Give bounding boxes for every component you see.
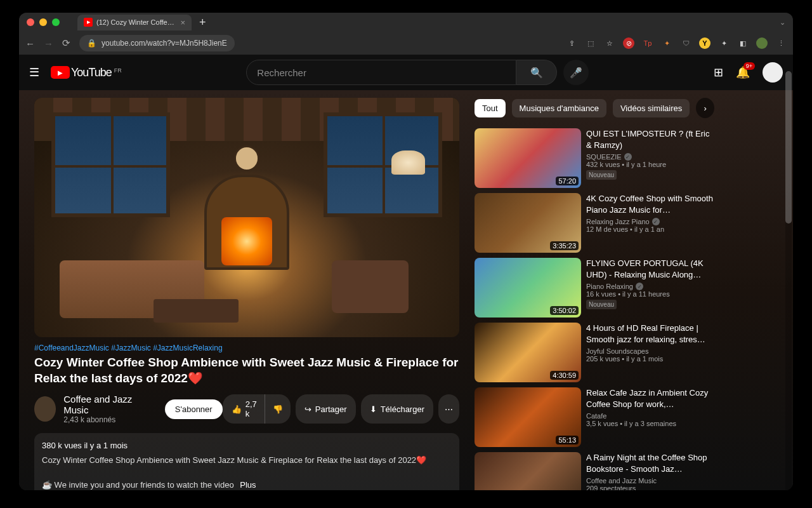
forward-icon[interactable]: → bbox=[44, 38, 53, 49]
rec-meta: 205 k vues • il y a 1 mois bbox=[586, 355, 714, 363]
create-icon[interactable]: ⊞ bbox=[714, 65, 723, 79]
search-button[interactable]: 🔍 bbox=[516, 60, 557, 85]
share-icon[interactable]: ⇪ bbox=[566, 37, 577, 49]
new-badge: Nouveau bbox=[586, 170, 617, 180]
menu-icon[interactable]: ⋮ bbox=[775, 37, 787, 49]
extension-icon[interactable]: Tp bbox=[642, 37, 653, 49]
channel-name[interactable]: Coffee and Jazz Music bbox=[63, 394, 146, 415]
menu-icon[interactable]: ☰ bbox=[29, 65, 39, 79]
recommendation-item[interactable]: 3:35:23 4K Cozy Coffee Shop with Smooth … bbox=[475, 193, 714, 253]
thumbs-up-icon: 👍 bbox=[232, 404, 242, 414]
extension-icon[interactable]: ⊘ bbox=[623, 37, 634, 49]
recommendation-item[interactable]: 🔴 EN DIRECT A Rainy Night at the Coffee … bbox=[475, 452, 714, 490]
notification-badge: 9+ bbox=[743, 62, 755, 70]
extensions-icon[interactable]: ✦ bbox=[718, 37, 730, 49]
duration: 55:13 bbox=[556, 436, 579, 444]
search-input[interactable]: Rechercher bbox=[246, 60, 516, 85]
scrollbar[interactable] bbox=[785, 71, 792, 490]
dislike-button[interactable]: 👎 bbox=[265, 394, 291, 424]
rec-channel[interactable]: Joyful Soundscapes bbox=[586, 347, 714, 355]
download-icon: ⬇ bbox=[370, 404, 377, 414]
rec-meta: 432 k vues • il y a 1 heure bbox=[586, 161, 714, 168]
rec-meta: 209 spectateurs bbox=[586, 485, 714, 490]
rec-title: Relax Cafe Jazz in Ambient Cozy Coffee S… bbox=[586, 387, 714, 410]
rec-channel[interactable]: Piano Relaxing ✓ bbox=[586, 283, 714, 290]
window-titlebar: (12) Cozy Winter Coffee Shop × + ⌄ bbox=[19, 13, 793, 32]
like-button[interactable]: 👍2,7 k bbox=[223, 394, 265, 424]
youtube-header: ☰ YouTube FR Rechercher 🔍 🎤 ⊞ 🔔9+ bbox=[19, 55, 793, 90]
verified-icon: ✓ bbox=[624, 153, 632, 161]
thumbnail: 4:30:59 bbox=[475, 323, 581, 382]
video-stats: 380 k vues il y a 1 mois bbox=[42, 441, 452, 450]
extension-icon[interactable]: Y bbox=[699, 37, 710, 49]
share-button[interactable]: ↪Partager bbox=[296, 394, 356, 424]
rec-channel[interactable]: SQUEEZIE ✓ bbox=[586, 153, 714, 161]
maximize-window-button[interactable] bbox=[52, 18, 60, 26]
minimize-window-button[interactable] bbox=[39, 18, 47, 26]
browser-tab[interactable]: (12) Cozy Winter Coffee Shop × bbox=[77, 15, 192, 30]
rec-meta: 3,5 k vues • il y a 3 semaines bbox=[586, 420, 714, 427]
video-hashtags[interactable]: #CoffeeandJazzMusic #JazzMusic #JazzMusi… bbox=[34, 344, 459, 352]
tab-title: (12) Cozy Winter Coffee Shop bbox=[96, 18, 176, 26]
chip-all[interactable]: Tout bbox=[475, 99, 506, 117]
voice-search-button[interactable]: 🎤 bbox=[563, 60, 589, 85]
close-tab-icon[interactable]: × bbox=[180, 18, 185, 27]
sidepanel-icon[interactable]: ◧ bbox=[737, 37, 749, 49]
download-button[interactable]: ⬇Télécharger bbox=[361, 394, 433, 424]
channel-avatar[interactable] bbox=[34, 396, 56, 422]
extension-icon[interactable]: 🛡 bbox=[680, 37, 691, 49]
rec-channel[interactable]: Catafe bbox=[586, 412, 714, 420]
rec-meta: 12 M de vues • il y a 1 an bbox=[586, 225, 714, 233]
chip-similar[interactable]: Vidéos similaires bbox=[613, 99, 690, 117]
recommendation-item[interactable]: 57:20 QUI EST L'IMPOSTEUR ? (ft Eric & R… bbox=[475, 128, 714, 188]
user-avatar[interactable] bbox=[763, 62, 783, 83]
recommendation-item[interactable]: 4:30:59 4 Hours of HD Real Fireplace | S… bbox=[475, 323, 714, 382]
show-more-button[interactable]: Plus bbox=[240, 480, 256, 490]
verified-icon: ✓ bbox=[636, 283, 643, 290]
youtube-favicon bbox=[84, 18, 93, 27]
share-icon: ↪ bbox=[304, 404, 311, 414]
rec-title: QUI EST L'IMPOSTEUR ? (ft Eric & Ramzy) bbox=[586, 128, 714, 150]
youtube-logo[interactable]: YouTube FR bbox=[51, 66, 122, 79]
back-icon[interactable]: ← bbox=[25, 38, 35, 49]
duration: 3:50:02 bbox=[550, 306, 579, 315]
verified-icon: ✓ bbox=[652, 218, 660, 225]
subscriber-count: 2,43 k abonnés bbox=[63, 415, 146, 424]
recommendation-item[interactable]: 55:13 Relax Cafe Jazz in Ambient Cozy Co… bbox=[475, 387, 714, 447]
lock-icon: 🔒 bbox=[87, 39, 96, 48]
search-icon: 🔍 bbox=[530, 67, 543, 79]
subscribe-button[interactable]: S'abonner bbox=[165, 399, 223, 419]
rec-channel[interactable]: Coffee and Jazz Music bbox=[586, 477, 714, 485]
rec-title: 4K Cozy Coffee Shop with Smooth Piano Ja… bbox=[586, 193, 714, 215]
scroll-thumb[interactable] bbox=[785, 71, 792, 224]
thumbnail: 3:50:02 bbox=[475, 258, 581, 318]
reload-icon[interactable]: ⟳ bbox=[62, 37, 70, 49]
extension-icon[interactable]: ✦ bbox=[661, 37, 672, 49]
browser-toolbar: ← → ⟳ 🔒 youtube.com/watch?v=MJn5H8JienE … bbox=[19, 32, 793, 55]
country-code: FR bbox=[114, 67, 122, 74]
close-window-button[interactable] bbox=[27, 18, 34, 26]
thumbnail: 55:13 bbox=[475, 387, 581, 447]
address-bar[interactable]: 🔒 youtube.com/watch?v=MJn5H8JienE bbox=[79, 35, 235, 51]
rec-title: FLYING OVER PORTUGAL (4K UHD) - Relaxing… bbox=[586, 258, 714, 280]
install-icon[interactable]: ⬚ bbox=[585, 37, 596, 49]
video-player[interactable] bbox=[34, 98, 459, 337]
chip-ambient[interactable]: Musiques d'ambiance bbox=[512, 99, 606, 117]
thumbs-down-icon: 👎 bbox=[273, 404, 283, 414]
rec-meta: 16 k vues • il y a 11 heures bbox=[586, 290, 714, 298]
new-badge: Nouveau bbox=[586, 300, 617, 309]
duration: 57:20 bbox=[556, 177, 579, 185]
recommendation-item[interactable]: 3:50:02 FLYING OVER PORTUGAL (4K UHD) - … bbox=[475, 258, 714, 318]
notifications-icon[interactable]: 🔔9+ bbox=[736, 65, 750, 79]
rec-channel[interactable]: Relaxing Jazz Piano ✓ bbox=[586, 218, 714, 225]
new-tab-button[interactable]: + bbox=[194, 16, 211, 29]
description-box[interactable]: 380 k vues il y a 1 mois Cozy Winter Cof… bbox=[34, 433, 459, 490]
duration: 3:35:23 bbox=[550, 241, 579, 250]
chips-next-icon[interactable]: › bbox=[696, 98, 714, 118]
rec-title: A Rainy Night at the Coffee Shop Booksto… bbox=[586, 452, 714, 474]
more-actions-button[interactable]: ⋯ bbox=[438, 394, 459, 424]
filter-chips: Tout Musiques d'ambiance Vidéos similair… bbox=[475, 98, 714, 118]
tabs-overflow-icon[interactable]: ⌄ bbox=[780, 18, 785, 27]
star-icon[interactable]: ☆ bbox=[604, 37, 615, 49]
profile-avatar[interactable] bbox=[756, 37, 768, 49]
